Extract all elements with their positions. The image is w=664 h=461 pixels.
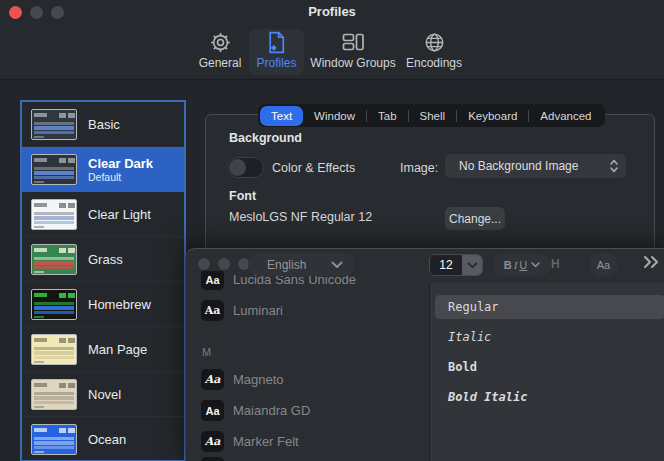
profile-name: Novel bbox=[88, 387, 121, 402]
current-font-value: MesloLGS NF Regular 12 bbox=[229, 210, 372, 224]
profile-thumbnail bbox=[31, 109, 77, 140]
font-style-row-regular[interactable]: Regular bbox=[435, 295, 664, 319]
gear-icon bbox=[209, 29, 232, 55]
font-sample-icon: Aa bbox=[201, 400, 224, 421]
minimize-button[interactable] bbox=[218, 258, 230, 270]
profile-thumbnail bbox=[31, 154, 77, 185]
window-titlebar: Profiles General Profiles bbox=[0, 0, 664, 80]
font-sample-icon: Aa bbox=[201, 369, 224, 390]
font-family-name: Maiandra GD bbox=[233, 403, 310, 418]
font-family-row-magneto[interactable]: Aa Magneto bbox=[186, 364, 429, 395]
language-dropdown[interactable]: English bbox=[248, 253, 355, 276]
change-font-button[interactable]: Change... bbox=[445, 207, 505, 230]
more-toolbar-items-icon[interactable] bbox=[642, 255, 660, 269]
profile-name: Clear Dark bbox=[88, 156, 153, 171]
settings-tabbar: TextWindowTabShellKeyboardAdvanced bbox=[258, 104, 605, 127]
profile-name: Basic bbox=[88, 117, 120, 132]
tab-keyboard[interactable]: Keyboard bbox=[457, 106, 528, 126]
toolbar-item-label: Profiles bbox=[256, 56, 296, 70]
profile-thumbnail bbox=[31, 244, 77, 275]
toolbar-item-label: Window Groups bbox=[310, 56, 395, 70]
profile-thumbnail bbox=[31, 379, 77, 410]
font-list-section-header: M bbox=[186, 340, 429, 364]
tab-text[interactable]: Text bbox=[260, 106, 303, 126]
chevron-down-icon bbox=[331, 261, 343, 269]
toolbar-item-general[interactable]: General bbox=[190, 29, 250, 75]
profile-row-ocean[interactable]: Ocean bbox=[22, 417, 184, 461]
popup-stepper-icon bbox=[609, 158, 619, 174]
font-style-row-italic[interactable]: Italic bbox=[430, 322, 664, 352]
font-style-row-bold-italic[interactable]: Bold Italic bbox=[430, 382, 664, 412]
chevron-down-icon bbox=[531, 262, 540, 268]
image-label: Image: bbox=[400, 161, 438, 175]
profile-row-man-page[interactable]: Man Page bbox=[22, 327, 184, 372]
font-family-list: Aa Lucida Sans Unicode Aa Luminari M Aa … bbox=[186, 271, 429, 461]
toggle-knob bbox=[229, 159, 246, 176]
profile-name: Grass bbox=[88, 252, 123, 267]
text-tab-panel: Background Color & Effects Image: No Bac… bbox=[205, 114, 655, 264]
profile-thumbnail bbox=[31, 289, 77, 320]
bold-label: B bbox=[504, 259, 512, 271]
font-size-value: 12 bbox=[430, 255, 462, 275]
font-section-header: Font bbox=[229, 189, 256, 203]
italic-label: I bbox=[514, 259, 518, 271]
globe-icon bbox=[423, 29, 446, 55]
profile-name: Ocean bbox=[88, 432, 126, 447]
font-family-name: Magneto bbox=[233, 372, 284, 387]
font-style-list: RegularItalicBoldBold Italic bbox=[429, 283, 664, 461]
profile-name: Man Page bbox=[88, 342, 147, 357]
tab-advanced[interactable]: Advanced bbox=[529, 106, 602, 126]
popup-selected-value: No Background Image bbox=[459, 159, 578, 173]
font-sample-icon: Aa bbox=[201, 300, 224, 321]
tab-window[interactable]: Window bbox=[303, 106, 366, 126]
fonts-panel: English 12 B I U H Aa Aa bbox=[185, 248, 664, 461]
color-effects-toggle[interactable] bbox=[227, 157, 264, 178]
close-button[interactable] bbox=[198, 258, 210, 270]
font-family-row-maiandra-gd[interactable]: Aa Maiandra GD bbox=[186, 395, 429, 426]
background-image-popup[interactable]: No Background Image bbox=[445, 154, 626, 178]
profile-row-clear-light[interactable]: Clear Light bbox=[22, 192, 184, 237]
font-sample-icon: Aa bbox=[201, 457, 224, 461]
font-style-row-bold[interactable]: Bold bbox=[430, 352, 664, 382]
font-size-dropdown-button[interactable] bbox=[462, 255, 482, 275]
profile-thumbnail bbox=[31, 334, 77, 365]
font-size-combo[interactable]: 12 bbox=[429, 254, 483, 276]
profile-thumbnail bbox=[31, 199, 77, 230]
profile-sidebar: Basic Clear Dark Default Clear Light bbox=[20, 100, 186, 461]
toolbar-item-encodings[interactable]: Encodings bbox=[403, 29, 465, 75]
tab-tab[interactable]: Tab bbox=[367, 106, 408, 126]
toolbar-item-window-groups[interactable]: Window Groups bbox=[312, 29, 394, 75]
window-groups-icon bbox=[341, 29, 365, 55]
underline-label: U bbox=[519, 259, 527, 271]
toolbar-item-label: General bbox=[199, 56, 242, 70]
font-family-name: Luminari bbox=[233, 303, 283, 318]
font-family-row-luminari[interactable]: Aa Luminari bbox=[186, 295, 429, 326]
profile-row-clear-dark[interactable]: Clear Dark Default bbox=[22, 147, 184, 192]
font-sample-icon: Aa bbox=[201, 271, 224, 290]
profile-row-basic[interactable]: Basic bbox=[22, 102, 184, 147]
font-family-name: Marker Felt bbox=[233, 434, 299, 449]
tab-shell[interactable]: Shell bbox=[409, 106, 457, 126]
profile-row-homebrew[interactable]: Homebrew bbox=[22, 282, 184, 327]
background-section-header: Background bbox=[229, 131, 302, 145]
profile-thumbnail bbox=[31, 424, 77, 455]
profile-default-badge: Default bbox=[88, 171, 153, 183]
toolbar-item-profiles[interactable]: Profiles bbox=[249, 29, 304, 75]
fonts-panel-traffic-lights bbox=[198, 258, 250, 270]
profile-list: Basic Clear Dark Default Clear Light bbox=[22, 102, 184, 461]
text-style-aa-button[interactable]: Aa bbox=[589, 253, 618, 276]
highlight-icon[interactable]: H bbox=[551, 257, 560, 271]
profiles-doc-icon bbox=[266, 29, 287, 55]
text-format-dropdown[interactable]: B I U bbox=[493, 254, 551, 276]
language-value: English bbox=[267, 258, 331, 272]
profile-name: Clear Light bbox=[88, 207, 151, 222]
profile-name: Homebrew bbox=[88, 297, 151, 312]
terminal-preferences-window: Profiles General Profiles bbox=[0, 0, 664, 461]
color-effects-label: Color & Effects bbox=[272, 161, 355, 175]
font-sample-icon: Aa bbox=[201, 431, 224, 452]
profile-row-novel[interactable]: Novel bbox=[22, 372, 184, 417]
profile-row-grass[interactable]: Grass bbox=[22, 237, 184, 282]
toolbar-item-label: Encodings bbox=[406, 56, 462, 70]
window-title: Profiles bbox=[0, 4, 664, 19]
font-family-row-row[interactable]: Aa bbox=[186, 452, 429, 461]
